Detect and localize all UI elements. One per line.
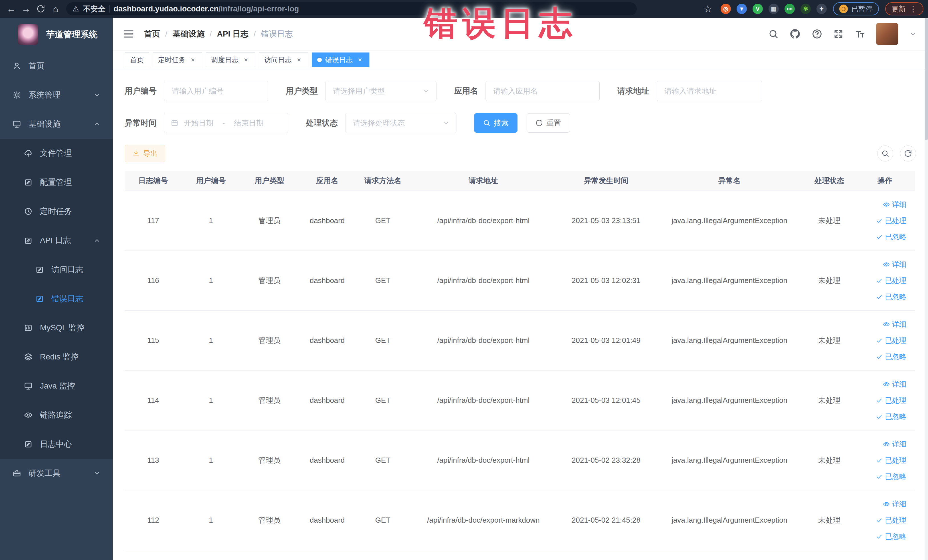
sidebar-item-config-mgmt[interactable]: 配置管理 xyxy=(0,168,113,197)
column-header-action: 操作 xyxy=(855,176,915,186)
browser-menu-icon[interactable]: ⋮ xyxy=(909,4,917,14)
breadcrumb-item: 错误日志 xyxy=(261,29,293,40)
ignored-link[interactable]: 已忽略 xyxy=(876,292,906,302)
tab-error-log[interactable]: 错误日志× xyxy=(312,52,369,67)
ignored-link[interactable]: 已忽略 xyxy=(876,472,906,481)
ignored-link[interactable]: 已忽略 xyxy=(876,532,906,541)
detail-link[interactable]: 详细 xyxy=(883,319,906,329)
sidebar-menu: 首页系统管理基础设施文件管理配置管理定时任务API 日志访问日志错误日志MySQ… xyxy=(0,51,113,560)
ext-green-v-icon[interactable]: V xyxy=(752,4,763,14)
sidebar-item-label: 日志中心 xyxy=(40,439,72,450)
cell-time: 2021-05-03 12:01:45 xyxy=(557,396,655,405)
detail-link[interactable]: 详细 xyxy=(883,379,906,389)
sidebar-logo[interactable]: 芋道管理系统 xyxy=(0,18,113,51)
request-url-label: 请求地址 xyxy=(617,85,649,96)
ext-puzzle-icon[interactable]: ✦ xyxy=(817,4,827,14)
ignored-link[interactable]: 已忽略 xyxy=(876,412,906,421)
avatar-caret-icon[interactable] xyxy=(909,30,917,38)
action-cell: 详细已处理已忽略 xyxy=(855,439,915,481)
menu-fold-icon[interactable] xyxy=(123,28,134,40)
export-button[interactable]: 导出 xyxy=(125,145,165,162)
refresh-button[interactable] xyxy=(900,145,916,162)
sidebar-item-tracing[interactable]: 链路追踪 xyxy=(0,401,113,430)
close-icon[interactable]: × xyxy=(242,56,250,64)
sidebar-item-dev-tools[interactable]: 研发工具 xyxy=(0,459,113,488)
tab-schedule-log[interactable]: 调度日志× xyxy=(206,52,255,67)
reset-button[interactable]: 重置 xyxy=(527,113,570,133)
processed-link[interactable]: 已处理 xyxy=(876,216,906,225)
back-button[interactable]: ← xyxy=(5,2,18,15)
cell-user_type: 管理员 xyxy=(240,515,299,525)
docs-question-icon[interactable] xyxy=(812,29,823,40)
paused-badge[interactable]: ☺ 已暂停 xyxy=(833,2,879,15)
fullscreen-icon[interactable] xyxy=(833,29,844,39)
ext-grid-icon[interactable]: ▦ xyxy=(769,4,779,14)
sidebar-item-java-monitor[interactable]: Java 监控 xyxy=(0,371,113,401)
check-icon xyxy=(876,233,883,241)
sidebar-item-log-center[interactable]: 日志中心 xyxy=(0,430,113,459)
process-status-select[interactable]: 请选择处理状态 xyxy=(345,113,456,133)
date-range-picker[interactable]: 开始日期 - 结束日期 xyxy=(164,113,288,133)
processed-link[interactable]: 已处理 xyxy=(876,276,906,285)
tab-home[interactable]: 首页 xyxy=(125,52,149,67)
processed-link[interactable]: 已处理 xyxy=(876,396,906,405)
github-icon[interactable] xyxy=(789,28,801,40)
close-icon[interactable]: × xyxy=(189,56,197,64)
sidebar-item-label: API 日志 xyxy=(40,235,71,246)
detail-link[interactable]: 详细 xyxy=(883,439,906,449)
url-path: /infra/log/api-error-log xyxy=(218,5,299,13)
cell-method: GET xyxy=(356,276,410,285)
address-bar[interactable]: ⚠ 不安全 dashboard.yudao.iocoder.cn/infra/l… xyxy=(66,2,637,15)
ignored-link[interactable]: 已忽略 xyxy=(876,352,906,362)
close-icon[interactable]: × xyxy=(295,56,303,64)
sidebar-item-home[interactable]: 首页 xyxy=(0,51,113,81)
forward-button[interactable]: → xyxy=(20,2,32,15)
sidebar-item-infra[interactable]: 基础设施 xyxy=(0,110,113,139)
sidebar-item-api-log[interactable]: API 日志 xyxy=(0,226,113,255)
processed-link[interactable]: 已处理 xyxy=(876,456,906,465)
detail-link[interactable]: 详细 xyxy=(883,499,906,509)
sidebar-item-file-mgmt[interactable]: 文件管理 xyxy=(0,139,113,168)
sidebar-item-access-log[interactable]: 访问日志 xyxy=(0,255,113,284)
tab-access-log[interactable]: 访问日志× xyxy=(259,52,308,67)
close-icon[interactable]: × xyxy=(356,56,364,64)
user-type-select[interactable]: 请选择用户类型 xyxy=(325,81,437,101)
processed-link[interactable]: 已处理 xyxy=(876,336,906,345)
search-toggle-button[interactable] xyxy=(877,145,893,162)
reload-button[interactable] xyxy=(34,2,47,15)
ext-on-badge-icon[interactable]: on xyxy=(785,4,795,14)
ext-shield-icon[interactable]: ▼ xyxy=(737,4,747,14)
detail-link[interactable]: 详细 xyxy=(883,200,906,209)
eye-icon xyxy=(883,500,890,508)
app-name-input[interactable] xyxy=(485,81,600,101)
request-url-input[interactable] xyxy=(657,81,762,101)
column-header-url: 请求地址 xyxy=(410,176,557,186)
processed-link[interactable]: 已处理 xyxy=(876,516,906,525)
action-label: 已处理 xyxy=(885,516,906,525)
sidebar-item-mysql-monitor[interactable]: MySQL 监控 xyxy=(0,313,113,342)
cell-user_type: 管理员 xyxy=(240,395,299,405)
scrollbar-thumb[interactable] xyxy=(925,18,928,140)
sidebar-item-error-log[interactable]: 错误日志 xyxy=(0,284,113,313)
home-button[interactable]: ⌂ xyxy=(49,2,62,15)
breadcrumb-item[interactable]: 首页 xyxy=(144,29,160,40)
search-button[interactable]: 搜索 xyxy=(474,113,517,133)
breadcrumb-item[interactable]: API 日志 xyxy=(217,29,249,40)
sidebar-item-redis-monitor[interactable]: Redis 监控 xyxy=(0,342,113,371)
search-icon[interactable] xyxy=(768,29,778,39)
tab-cron-jobs[interactable]: 定时任务× xyxy=(153,52,202,67)
breadcrumb-item[interactable]: 基础设施 xyxy=(172,29,205,40)
ignored-link[interactable]: 已忽略 xyxy=(876,232,906,242)
sidebar-item-system-mgmt[interactable]: 系统管理 xyxy=(0,81,113,110)
chevron-down-icon xyxy=(443,119,450,127)
detail-link[interactable]: 详细 xyxy=(883,259,906,269)
user-id-input[interactable] xyxy=(164,81,268,101)
ext-orange-icon[interactable]: ◎ xyxy=(720,4,731,14)
sidebar-item-cron-jobs[interactable]: 定时任务 xyxy=(0,197,113,226)
sidebar-item-label: 系统管理 xyxy=(29,90,61,101)
font-size-icon[interactable] xyxy=(855,29,865,40)
update-badge[interactable]: 更新 ⋮ xyxy=(885,2,923,15)
bookmark-star-icon[interactable]: ☆ xyxy=(701,2,714,15)
ext-leaf-icon[interactable]: ✾ xyxy=(800,4,811,14)
avatar[interactable] xyxy=(876,23,898,45)
